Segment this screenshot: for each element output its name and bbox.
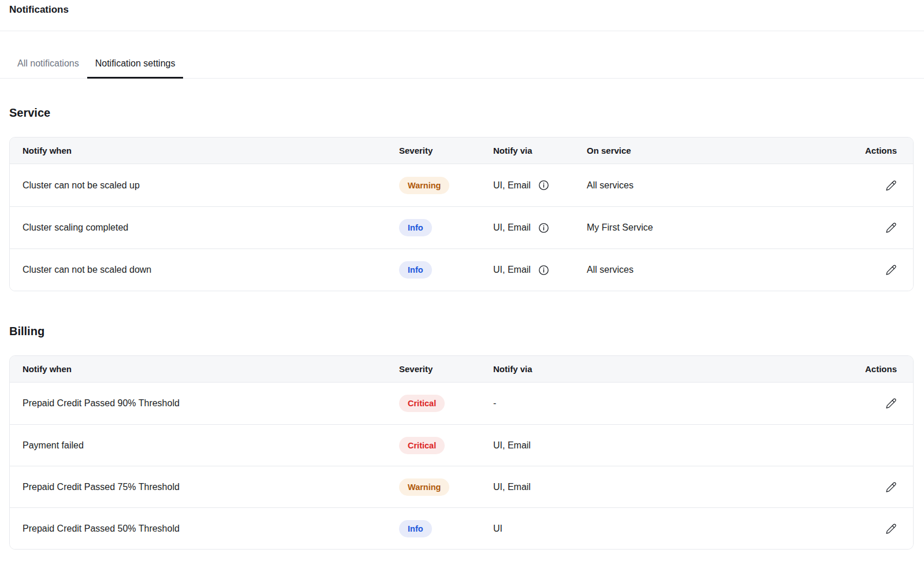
notify-via-value: UI bbox=[493, 524, 502, 534]
cell-notify-when: Cluster can not be scaled up bbox=[10, 180, 399, 191]
column-header-notify-when: Notify when bbox=[10, 364, 399, 374]
edit-button[interactable] bbox=[885, 481, 897, 493]
cell-severity: Critical bbox=[399, 395, 493, 412]
info-icon[interactable] bbox=[538, 265, 549, 276]
cell-notify-when: Cluster can not be scaled down bbox=[10, 265, 399, 275]
cell-notify-when: Cluster scaling completed bbox=[10, 222, 399, 233]
table-body: Cluster can not be scaled upWarningUI, E… bbox=[10, 164, 913, 291]
notify-via-value: UI, Email bbox=[493, 482, 531, 492]
cell-notify-when: Payment failed bbox=[10, 440, 399, 451]
cell-notify-via: UI, Email bbox=[493, 222, 587, 233]
cell-notify-via: UI, Email bbox=[493, 482, 845, 492]
table-row: Cluster scaling completedInfoUI, Email M… bbox=[10, 206, 913, 248]
severity-badge: Info bbox=[399, 520, 432, 537]
cell-actions bbox=[845, 523, 913, 535]
edit-button[interactable] bbox=[885, 264, 897, 276]
info-icon[interactable] bbox=[538, 180, 549, 191]
notify-via-value: UI, Email bbox=[493, 265, 531, 275]
severity-badge: Warning bbox=[399, 177, 449, 194]
pencil-icon bbox=[885, 264, 897, 276]
cell-on-service: All services bbox=[587, 265, 845, 275]
notify-via-value: UI, Email bbox=[493, 180, 531, 191]
cell-severity: Info bbox=[399, 261, 493, 279]
pencil-icon bbox=[885, 481, 897, 493]
cell-notify-via: UI bbox=[493, 524, 845, 534]
table-row: Cluster can not be scaled downInfoUI, Em… bbox=[10, 248, 913, 291]
page-header: Notifications bbox=[0, 0, 924, 17]
section-title: Billing bbox=[9, 324, 914, 339]
severity-badge: Critical bbox=[399, 395, 445, 412]
pencil-icon bbox=[885, 398, 897, 409]
cell-notify-when: Prepaid Credit Passed 75% Threshold bbox=[10, 482, 399, 492]
cell-on-service: All services bbox=[587, 180, 845, 191]
cell-actions bbox=[845, 180, 913, 191]
table-row: Cluster can not be scaled upWarningUI, E… bbox=[10, 164, 913, 206]
edit-button[interactable] bbox=[885, 398, 897, 409]
table-row: Prepaid Credit Passed 90% ThresholdCriti… bbox=[10, 383, 913, 424]
column-header-notify-via: Notify via bbox=[493, 146, 587, 155]
pencil-icon bbox=[885, 523, 897, 535]
table-header-row: Notify whenSeverityNotify viaOn serviceA… bbox=[10, 138, 913, 164]
info-icon[interactable] bbox=[538, 222, 549, 233]
tab-all-notifications[interactable]: All notifications bbox=[9, 55, 87, 79]
column-header-notify-via: Notify via bbox=[493, 364, 845, 374]
table-row: Payment failedCriticalUI, Email bbox=[10, 424, 913, 466]
column-header-on-service: On service bbox=[587, 146, 845, 155]
cell-actions bbox=[845, 264, 913, 276]
cell-severity: Info bbox=[399, 520, 493, 537]
severity-badge: Info bbox=[399, 261, 432, 279]
cell-notify-when: Prepaid Credit Passed 50% Threshold bbox=[10, 524, 399, 534]
severity-badge: Warning bbox=[399, 478, 449, 496]
notify-via-value: UI, Email bbox=[493, 222, 531, 233]
notification-table: Notify whenSeverityNotify viaOn serviceA… bbox=[9, 137, 914, 291]
notification-table: Notify whenSeverityNotify viaActions Pre… bbox=[9, 355, 914, 550]
cell-notify-via: - bbox=[493, 398, 845, 409]
table-row: Prepaid Credit Passed 75% ThresholdWarni… bbox=[10, 466, 913, 507]
section-title: Service bbox=[9, 106, 914, 120]
edit-button[interactable] bbox=[885, 222, 897, 233]
column-header-notify-when: Notify when bbox=[10, 146, 399, 155]
main: Service Notify whenSeverityNotify viaOn … bbox=[9, 106, 914, 550]
column-header-severity: Severity bbox=[399, 364, 493, 374]
table-row: Prepaid Credit Passed 50% ThresholdInfoU… bbox=[10, 507, 913, 549]
cell-severity: Warning bbox=[399, 177, 493, 194]
cell-notify-via: UI, Email bbox=[493, 440, 845, 451]
cell-notify-via: UI, Email bbox=[493, 265, 587, 276]
section-service: Service Notify whenSeverityNotify viaOn … bbox=[9, 106, 914, 291]
cell-severity: Critical bbox=[399, 437, 493, 454]
edit-button[interactable] bbox=[885, 180, 897, 191]
column-header-actions: Actions bbox=[845, 364, 913, 374]
cell-severity: Info bbox=[399, 219, 493, 236]
cell-actions bbox=[845, 481, 913, 493]
pencil-icon bbox=[885, 180, 897, 191]
page-title: Notifications bbox=[9, 3, 915, 17]
cell-notify-via: UI, Email bbox=[493, 180, 587, 191]
cell-notify-when: Prepaid Credit Passed 90% Threshold bbox=[10, 398, 399, 409]
notify-via-value: UI, Email bbox=[493, 440, 531, 451]
cell-severity: Warning bbox=[399, 478, 493, 496]
tab-notification-settings[interactable]: Notification settings bbox=[87, 55, 184, 79]
cell-actions bbox=[845, 398, 913, 409]
severity-badge: Info bbox=[399, 219, 432, 236]
tabs: All notificationsNotification settings bbox=[0, 31, 924, 79]
notify-via-value: - bbox=[493, 398, 496, 409]
table-body: Prepaid Credit Passed 90% ThresholdCriti… bbox=[10, 383, 913, 549]
table-header-row: Notify whenSeverityNotify viaActions bbox=[10, 356, 913, 383]
severity-badge: Critical bbox=[399, 437, 445, 454]
column-header-actions: Actions bbox=[845, 146, 913, 155]
pencil-icon bbox=[885, 222, 897, 233]
column-header-severity: Severity bbox=[399, 146, 493, 155]
cell-on-service: My First Service bbox=[587, 222, 845, 233]
cell-actions bbox=[845, 222, 913, 233]
section-billing: Billing Notify whenSeverityNotify viaAct… bbox=[9, 324, 914, 550]
edit-button[interactable] bbox=[885, 523, 897, 535]
